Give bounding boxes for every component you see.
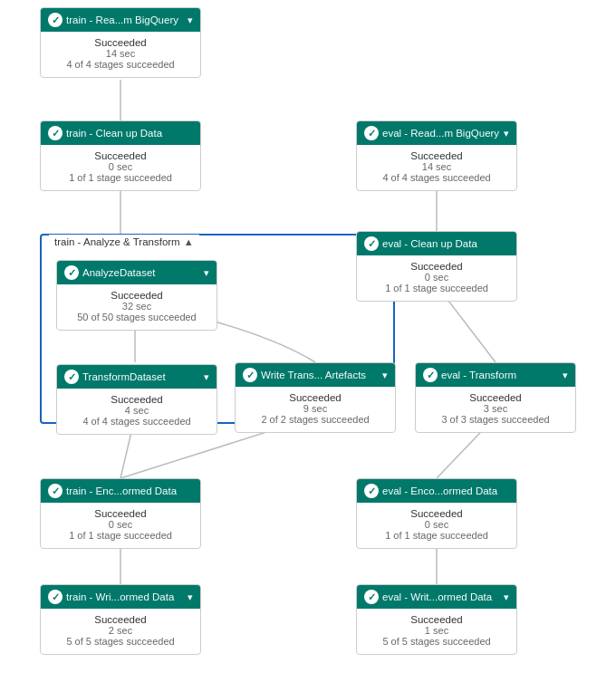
chevron-down-icon[interactable]: ▾	[204, 267, 209, 279]
chevron-up-icon[interactable]: ▲	[184, 236, 194, 247]
node-status: Succeeded	[48, 37, 193, 48]
chevron-down-icon[interactable]: ▾	[563, 370, 568, 381]
node-body: Succeeded 9 sec 2 of 2 stages succeeded	[236, 387, 395, 432]
node-header-write-trans-artefacts: ✓ Write Trans... Artefacts ▾	[236, 363, 395, 387]
node-analyze-dataset[interactable]: ✓ AnalyzeDataset ▾ Succeeded 32 sec 50 o…	[56, 260, 217, 331]
node-stages: 3 of 3 stages succeeded	[423, 414, 568, 425]
node-title: eval - Writ...ormed Data	[382, 591, 500, 602]
node-body: Succeeded 2 sec 5 of 5 stages succeeded	[41, 609, 200, 654]
node-body: Succeeded 3 sec 3 of 3 stages succeeded	[416, 387, 575, 432]
node-title: train - Clean up Data	[66, 128, 193, 139]
node-status: Succeeded	[364, 150, 509, 161]
node-train-cleanup[interactable]: ✓ train - Clean up Data Succeeded 0 sec …	[40, 120, 201, 191]
chevron-down-icon[interactable]: ▾	[504, 591, 509, 603]
chevron-down-icon[interactable]: ▾	[188, 591, 193, 603]
check-icon: ✓	[364, 484, 379, 498]
node-body: Succeeded 4 sec 4 of 4 stages succeeded	[57, 389, 217, 434]
node-header-eval-writ-data: ✓ eval - Writ...ormed Data ▾	[357, 585, 516, 609]
node-header-train-read-bigquery: ✓ train - Rea...m BigQuery ▾	[41, 8, 200, 32]
node-status: Succeeded	[64, 394, 209, 405]
node-stages: 4 of 4 stages succeeded	[64, 416, 209, 427]
node-eval-enc-data[interactable]: ✓ eval - Enco...ormed Data Succeeded 0 s…	[356, 478, 517, 549]
node-stages: 4 of 4 stages succeeded	[48, 59, 193, 70]
node-title: train - Enc...ormed Data	[66, 485, 193, 496]
node-eval-cleanup[interactable]: ✓ eval - Clean up Data Succeeded 0 sec 1…	[356, 231, 517, 302]
node-stages: 1 of 1 stage succeeded	[48, 172, 193, 183]
node-status: Succeeded	[48, 614, 193, 625]
node-title: train - Wri...ormed Data	[66, 591, 184, 602]
node-train-read-bigquery[interactable]: ✓ train - Rea...m BigQuery ▾ Succeeded 1…	[40, 7, 201, 78]
node-write-trans-artefacts[interactable]: ✓ Write Trans... Artefacts ▾ Succeeded 9…	[235, 362, 396, 433]
node-body: Succeeded 1 sec 5 of 5 stages succeeded	[357, 609, 516, 654]
node-body: Succeeded 0 sec 1 of 1 stage succeeded	[357, 503, 516, 548]
check-icon: ✓	[243, 368, 257, 382]
node-stages: 50 of 50 stages succeeded	[64, 312, 209, 322]
group-label[interactable]: train - Analyze & Transform ▲	[49, 235, 199, 249]
chevron-down-icon[interactable]: ▾	[188, 14, 193, 26]
node-body: Succeeded 0 sec 1 of 1 stage succeeded	[41, 145, 200, 190]
check-icon: ✓	[423, 368, 438, 382]
node-transform-dataset[interactable]: ✓ TransformDataset ▾ Succeeded 4 sec 4 o…	[56, 364, 217, 435]
node-status: Succeeded	[48, 508, 193, 519]
node-stages: 4 of 4 stages succeeded	[364, 172, 509, 183]
node-time: 14 sec	[48, 48, 193, 59]
node-title: AnalyzeDataset	[82, 267, 200, 278]
group-label-text: train - Analyze & Transform	[54, 236, 180, 247]
node-header-train-cleanup: ✓ train - Clean up Data	[41, 121, 200, 145]
node-body: Succeeded 32 sec 50 of 50 stages succeed…	[57, 284, 217, 330]
node-body: Succeeded 14 sec 4 of 4 stages succeeded	[357, 145, 516, 190]
node-time: 0 sec	[48, 519, 193, 530]
node-time: 0 sec	[364, 272, 509, 283]
pipeline-canvas: ✓ train - Rea...m BigQuery ▾ Succeeded 1…	[0, 0, 616, 692]
node-eval-writ-data[interactable]: ✓ eval - Writ...ormed Data ▾ Succeeded 1…	[356, 584, 517, 655]
node-status: Succeeded	[364, 508, 509, 519]
chevron-down-icon[interactable]: ▾	[382, 370, 388, 381]
check-icon: ✓	[48, 484, 63, 498]
node-status: Succeeded	[364, 614, 509, 625]
node-header-train-enc-data: ✓ train - Enc...ormed Data	[41, 479, 200, 503]
chevron-down-icon[interactable]: ▾	[204, 371, 209, 383]
check-icon: ✓	[48, 13, 63, 27]
node-title: Write Trans... Artefacts	[261, 370, 379, 380]
node-stages: 2 of 2 stages succeeded	[243, 414, 388, 425]
node-title: eval - Clean up Data	[382, 238, 509, 249]
check-icon: ✓	[48, 126, 63, 140]
check-icon: ✓	[364, 236, 379, 251]
node-stages: 1 of 1 stage succeeded	[364, 530, 509, 541]
node-header-eval-transform: ✓ eval - Transform ▾	[416, 363, 575, 387]
node-header-eval-cleanup: ✓ eval - Clean up Data	[357, 232, 516, 255]
node-body: Succeeded 14 sec 4 of 4 stages succeeded	[41, 32, 200, 77]
node-time: 0 sec	[364, 519, 509, 530]
node-status: Succeeded	[243, 392, 388, 403]
node-status: Succeeded	[364, 261, 509, 272]
node-time: 3 sec	[423, 403, 568, 414]
check-icon: ✓	[48, 590, 63, 604]
node-title: eval - Enco...ormed Data	[382, 485, 509, 496]
node-time: 2 sec	[48, 625, 193, 636]
node-stages: 1 of 1 stage succeeded	[364, 283, 509, 293]
node-time: 32 sec	[64, 301, 209, 312]
node-header-eval-enc-data: ✓ eval - Enco...ormed Data	[357, 479, 516, 503]
node-title: eval - Read...m BigQuery	[382, 128, 500, 139]
check-icon: ✓	[64, 370, 79, 384]
check-icon: ✓	[364, 126, 379, 140]
node-stages: 5 of 5 stages succeeded	[48, 636, 193, 647]
node-status: Succeeded	[48, 150, 193, 161]
node-eval-transform[interactable]: ✓ eval - Transform ▾ Succeeded 3 sec 3 o…	[415, 362, 576, 433]
node-body: Succeeded 0 sec 1 of 1 stage succeeded	[41, 503, 200, 548]
chevron-down-icon[interactable]: ▾	[504, 128, 509, 139]
node-time: 1 sec	[364, 625, 509, 636]
node-status: Succeeded	[64, 290, 209, 301]
node-header-eval-read-bigquery: ✓ eval - Read...m BigQuery ▾	[357, 121, 516, 145]
node-body: Succeeded 0 sec 1 of 1 stage succeeded	[357, 255, 516, 301]
node-eval-read-bigquery[interactable]: ✓ eval - Read...m BigQuery ▾ Succeeded 1…	[356, 120, 517, 191]
node-title: eval - Transform	[441, 370, 559, 380]
node-train-wri-data[interactable]: ✓ train - Wri...ormed Data ▾ Succeeded 2…	[40, 584, 201, 655]
node-time: 9 sec	[243, 403, 388, 414]
node-stages: 5 of 5 stages succeeded	[364, 636, 509, 647]
node-train-enc-data[interactable]: ✓ train - Enc...ormed Data Succeeded 0 s…	[40, 478, 201, 549]
node-title: train - Rea...m BigQuery	[66, 14, 184, 25]
node-status: Succeeded	[423, 392, 568, 403]
node-title: TransformDataset	[82, 371, 200, 382]
node-time: 4 sec	[64, 405, 209, 416]
